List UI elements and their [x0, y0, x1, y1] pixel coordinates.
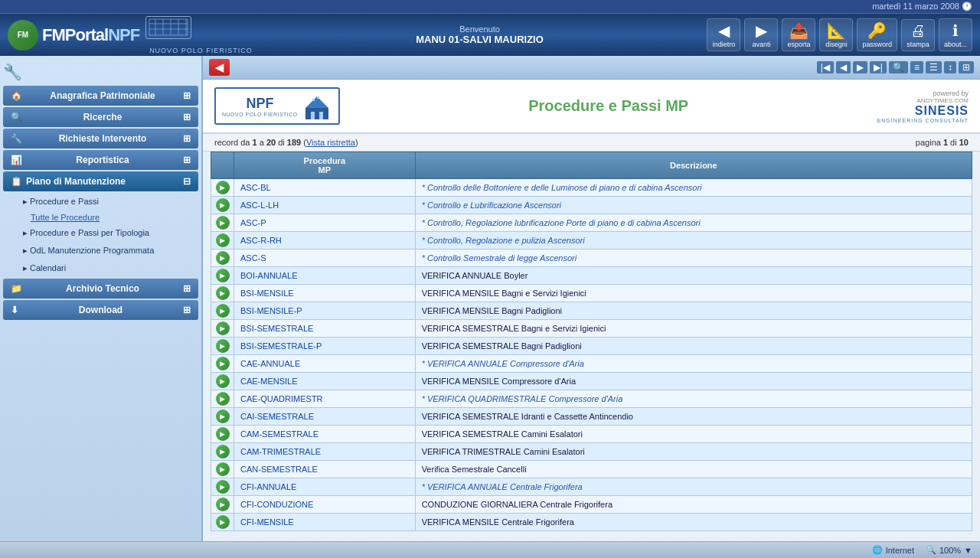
- npf-building-svg: [302, 93, 332, 119]
- ricerche-expand-icon: ⊞: [183, 112, 191, 122]
- odl-label: OdL Manutenzione Programmata: [30, 246, 154, 255]
- record-to: 20: [266, 138, 276, 147]
- sidebar-item-download[interactable]: ⬇ Download ⊞: [3, 300, 198, 320]
- record-count-info: record da 1 a 20 di 189 (Vista ristretta…: [214, 138, 358, 147]
- prev-page-button[interactable]: ◀: [836, 61, 851, 73]
- disegni-button[interactable]: 📐 disegni: [819, 18, 853, 51]
- table-header: ProceduraMP Descrizione: [211, 152, 972, 179]
- reportistica-expand-icon: ⊞: [183, 155, 191, 165]
- archivio-expand-icon: ⊞: [183, 283, 191, 294]
- sidebar-item-reportistica[interactable]: 📊 Reportistica ⊞: [3, 150, 198, 170]
- about-button[interactable]: ℹ about...: [939, 18, 972, 51]
- row-action-button[interactable]: ▶: [216, 251, 230, 265]
- sidebar-item-calendari[interactable]: ▸ Calendari: [0, 259, 201, 277]
- download-expand-icon: ⊞: [183, 305, 191, 315]
- row-action-button[interactable]: ▶: [216, 392, 230, 406]
- table-row: ▶CFI-MENSILEVERIFICA MENSILE Centrale Fr…: [211, 514, 972, 531]
- search-view-button[interactable]: 🔍: [889, 61, 908, 73]
- sidebar-item-archivio[interactable]: 📁 Archivio Tecnico ⊞: [3, 279, 198, 299]
- cell-procedure: CFI-CONDUZIONE: [234, 496, 416, 514]
- row-action-button[interactable]: ▶: [216, 445, 230, 458]
- cell-procedure: CAE-MENSILE: [234, 373, 416, 390]
- row-action-button[interactable]: ▶: [216, 286, 230, 300]
- row-action-button[interactable]: ▶: [216, 304, 230, 318]
- username: MANU 01-SALVI MAURIZIO: [416, 34, 544, 45]
- richieste-expand-icon: ⊞: [183, 133, 191, 144]
- sidebar-item-ricerche[interactable]: 🔍 Ricerche ⊞: [3, 107, 198, 127]
- row-action-button[interactable]: ▶: [216, 339, 230, 353]
- sinesis-brand: SINESIS: [877, 104, 969, 118]
- anagrafica-label: Anagrafica Patrimoniale: [50, 90, 155, 101]
- row-action-button[interactable]: ▶: [216, 515, 230, 529]
- password-button[interactable]: 🔑 password: [857, 18, 897, 51]
- vista-ristretta-link[interactable]: Vista ristretta: [306, 138, 355, 147]
- avanti-button[interactable]: ▶ avanti: [744, 18, 778, 51]
- sidebar-item-richieste[interactable]: 🔧 Richieste Intervento ⊞: [3, 129, 198, 148]
- row-action-button[interactable]: ▶: [216, 198, 230, 212]
- npf-grid-logo: [145, 16, 191, 39]
- next-page-button[interactable]: ▶: [853, 61, 867, 73]
- row-action-button[interactable]: ▶: [216, 181, 230, 194]
- row-action-button[interactable]: ▶: [216, 480, 230, 494]
- cell-procedure: CAE-QUADRIMESTR: [234, 390, 416, 408]
- row-action-button[interactable]: ▶: [216, 357, 230, 370]
- col-action: [211, 152, 234, 179]
- svg-rect-11: [319, 112, 323, 119]
- npf-header: NPF NUOVO POLO FIERISTICO: [203, 80, 980, 134]
- sidebar-item-procedure-passi[interactable]: ▸ Procedure e Passi: [0, 193, 201, 210]
- row-action-button[interactable]: ▶: [216, 410, 230, 423]
- zoom-dropdown-icon[interactable]: ▼: [964, 546, 972, 555]
- grid-view-button[interactable]: ≡: [910, 61, 923, 73]
- table-row: ▶CFI-ANNUALE* VERIFICA ANNUALE Centrale …: [211, 478, 972, 496]
- sinesis-sub: ENGINEERING CONSULTANT: [877, 118, 969, 123]
- sidebar-item-anagrafica[interactable]: 🏠 Anagrafica Patrimoniale ⊞: [3, 86, 198, 106]
- svg-rect-8: [305, 108, 328, 119]
- expand-button[interactable]: ⊞: [959, 61, 974, 73]
- first-page-button[interactable]: |◀: [817, 61, 834, 73]
- about-label: about...: [944, 41, 967, 48]
- piano-children: ▸ Procedure e Passi Tutte le Procedure ▸…: [0, 193, 201, 277]
- avanti-label: avanti: [752, 41, 770, 48]
- row-action-button[interactable]: ▶: [216, 269, 230, 282]
- odl-bullet: ▸: [23, 246, 30, 255]
- stampa-icon: 🖨: [910, 22, 926, 40]
- cell-description: VERIFICA SEMESTRALE Camini Esalatori: [415, 426, 972, 443]
- sidebar-item-piano[interactable]: 📋 Piano di Manutenzione ⊟: [3, 171, 198, 191]
- table-row: ▶CAE-QUADRIMESTR* VERIFICA QUADRIMESTRAL…: [211, 390, 972, 408]
- sidebar-tool-icon[interactable]: 🔧: [3, 64, 22, 80]
- disegni-icon: 📐: [827, 21, 846, 40]
- indietro-icon: ◀: [718, 21, 730, 40]
- stampa-button[interactable]: 🖨 stampa: [901, 19, 935, 51]
- sidebar-item-odl[interactable]: ▸ OdL Manutenzione Programmata: [0, 242, 201, 259]
- sidebar-item-tutte-procedure[interactable]: Tutte le Procedure: [0, 210, 201, 224]
- row-action-button[interactable]: ▶: [216, 233, 230, 247]
- sort-button[interactable]: ↕: [944, 61, 956, 73]
- cell-description: * Controllo Semestrale di legge Ascensor…: [415, 250, 972, 267]
- table-row: ▶CAE-ANNUALE* VERIFICA ANNUALE Compresso…: [211, 355, 972, 373]
- col-description: Descrizione: [415, 152, 972, 179]
- row-action-button[interactable]: ▶: [216, 321, 230, 335]
- svg-rect-10: [311, 112, 315, 119]
- indietro-button[interactable]: ◀ indietro: [707, 18, 740, 51]
- sidebar-item-procedure-tipologia[interactable]: ▸ Procedure e Passi per Tipologia: [0, 224, 201, 242]
- row-action-button[interactable]: ▶: [216, 374, 230, 388]
- esporta-button[interactable]: 📤 esporta: [782, 18, 815, 51]
- last-page-button[interactable]: ▶|: [870, 61, 887, 73]
- list-view-button[interactable]: ☰: [926, 61, 942, 73]
- page-main-title: Procedure e Passi MP: [528, 97, 688, 115]
- svg-rect-13: [317, 96, 319, 99]
- zoom-status: 🔍 100% ▼: [926, 545, 972, 555]
- cell-procedure: BSI-SEMESTRALE-P: [234, 338, 416, 355]
- row-action-button[interactable]: ▶: [216, 427, 230, 441]
- table-row: ▶BOI-ANNUALEVERIFICA ANNUALE Boyler: [211, 267, 972, 285]
- row-action-button[interactable]: ▶: [216, 216, 230, 230]
- about-icon: ℹ: [952, 21, 959, 40]
- back-button[interactable]: ◀: [209, 59, 230, 76]
- top-navigation-bar: FM FMPortalNPF NUOVO POLO FIERISTICO Ben…: [0, 14, 980, 56]
- table-row: ▶ASC-P* Controllo, Regolazione lubrifica…: [211, 214, 972, 232]
- record-info-bar: record da 1 a 20 di 189 (Vista ristretta…: [203, 134, 980, 152]
- esporta-icon: 📤: [789, 21, 808, 40]
- row-action-button[interactable]: ▶: [216, 498, 230, 511]
- row-action-button[interactable]: ▶: [216, 462, 230, 476]
- zoom-label: 🔍: [926, 545, 936, 555]
